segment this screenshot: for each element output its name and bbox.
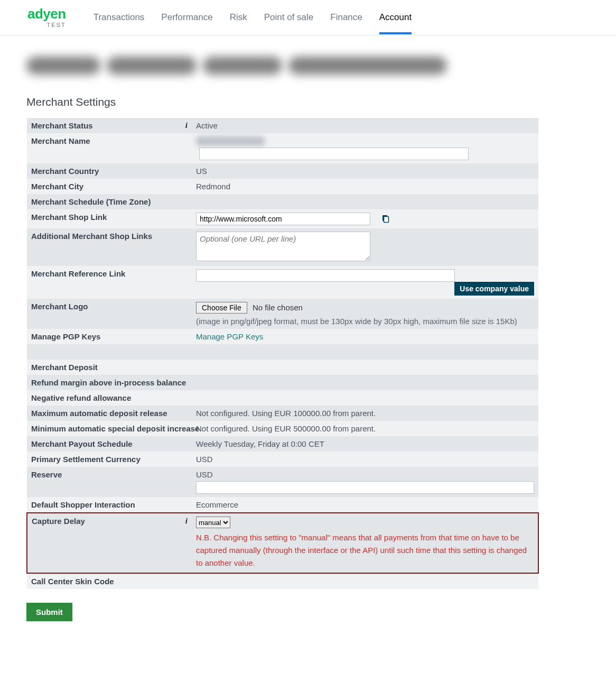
submit-button[interactable]: Submit xyxy=(26,603,72,621)
label-primary-settlement: Primary Settlement Currency xyxy=(27,452,192,467)
row-merchant-schedule: Merchant Schedule (Time Zone) xyxy=(27,194,538,209)
value-merchant-schedule xyxy=(192,194,538,209)
settings-table: Merchant Status i Active Merchant Name M… xyxy=(26,118,539,589)
label-max-auto-deposit: Maximum automatic deposit release xyxy=(27,406,192,421)
main-nav: Transactions Performance Risk Point of s… xyxy=(94,1,412,34)
value-payout-schedule: Weekly Tuesday, Friday at 0:00 CET xyxy=(192,436,538,452)
input-additional-links[interactable] xyxy=(196,232,370,261)
row-merchant-name: Merchant Name xyxy=(27,133,538,163)
label-merchant-logo: Merchant Logo xyxy=(27,299,192,329)
input-merchant-name[interactable] xyxy=(199,148,469,160)
logo-hint: (image in png/gif/jpeg format, must be 1… xyxy=(196,317,534,326)
nav-point-of-sale[interactable]: Point of sale xyxy=(264,1,314,34)
row-merchant-country: Merchant Country US xyxy=(27,163,538,179)
input-reserve[interactable] xyxy=(196,481,534,494)
row-reserve: Reserve USD xyxy=(27,467,538,497)
label-capture-delay: Capture Delay xyxy=(32,517,85,526)
row-merchant-status: Merchant Status i Active xyxy=(27,118,538,133)
label-merchant-reference-link: Merchant Reference Link xyxy=(27,266,192,299)
label-merchant-status: Merchant Status xyxy=(31,121,93,130)
label-merchant-shop-link: Merchant Shop Link xyxy=(27,209,192,228)
top-bar: adyen TEST Transactions Performance Risk… xyxy=(0,0,616,35)
brand-name: adyen xyxy=(27,7,66,21)
label-min-auto-special: Minimum automatic special deposit increa… xyxy=(27,421,192,436)
row-additional-links: Additional Merchant Shop Links xyxy=(27,228,538,266)
section-title: Merchant Settings xyxy=(26,96,539,108)
label-payout-schedule: Merchant Payout Schedule xyxy=(27,436,192,452)
label-call-center-skin: Call Center Skin Code xyxy=(27,573,192,589)
info-icon[interactable]: i xyxy=(185,121,188,130)
row-max-auto-deposit: Maximum automatic deposit release Not co… xyxy=(27,406,538,421)
value-merchant-country: US xyxy=(192,163,538,179)
svg-rect-1 xyxy=(384,216,389,222)
label-default-shopper: Default Shopper Interaction xyxy=(27,497,192,513)
value-reserve: USD xyxy=(196,470,213,479)
nav-risk[interactable]: Risk xyxy=(230,1,247,34)
row-payout-schedule: Merchant Payout Schedule Weekly Tuesday,… xyxy=(27,436,538,452)
row-manage-pgp: Manage PGP Keys Manage PGP Keys xyxy=(27,329,538,344)
nav-account[interactable]: Account xyxy=(379,1,412,34)
info-icon[interactable]: i xyxy=(185,517,188,526)
label-refund-margin: Refund margin above in-process balance xyxy=(27,375,192,390)
row-call-center-skin: Call Center Skin Code xyxy=(27,573,538,589)
value-merchant-status: Active xyxy=(192,118,538,133)
row-merchant-deposit: Merchant Deposit xyxy=(27,360,538,375)
row-merchant-reference-link: Merchant Reference Link Use company valu… xyxy=(27,266,538,299)
brand-env: TEST xyxy=(27,22,66,28)
value-merchant-name-redacted xyxy=(196,136,265,146)
choose-file-button[interactable]: Choose File xyxy=(196,302,247,314)
value-min-auto-special: Not configured. Using EUR 500000.00 from… xyxy=(192,421,538,436)
nav-transactions[interactable]: Transactions xyxy=(94,1,145,34)
row-merchant-shop-link: Merchant Shop Link xyxy=(27,209,538,228)
label-merchant-country: Merchant Country xyxy=(27,163,192,179)
manage-pgp-link[interactable]: Manage PGP Keys xyxy=(196,332,263,341)
row-default-shopper: Default Shopper Interaction Ecommerce xyxy=(27,497,538,513)
nav-performance[interactable]: Performance xyxy=(161,1,212,34)
row-merchant-city: Merchant City Redmond xyxy=(27,179,538,194)
label-reserve: Reserve xyxy=(27,467,192,497)
row-min-auto-special: Minimum automatic special deposit increa… xyxy=(27,421,538,436)
row-refund-margin: Refund margin above in-process balance xyxy=(27,375,538,390)
input-merchant-shop-link[interactable] xyxy=(196,213,370,225)
label-additional-links: Additional Merchant Shop Links xyxy=(27,228,192,266)
nav-finance[interactable]: Finance xyxy=(330,1,362,34)
row-negative-refund: Negative refund allowance xyxy=(27,390,538,406)
label-merchant-schedule: Merchant Schedule (Time Zone) xyxy=(27,194,192,209)
value-primary-settlement: USD xyxy=(192,452,538,467)
copy-icon[interactable] xyxy=(381,215,389,225)
row-primary-settlement: Primary Settlement Currency USD xyxy=(27,452,538,467)
value-default-shopper: Ecommerce xyxy=(192,497,538,513)
value-merchant-city: Redmond xyxy=(192,179,538,194)
row-merchant-logo: Merchant Logo Choose File No file chosen… xyxy=(27,299,538,329)
use-company-value-button[interactable]: Use company value xyxy=(454,282,534,296)
input-merchant-reference-link[interactable] xyxy=(196,269,455,282)
label-merchant-name: Merchant Name xyxy=(27,133,192,163)
label-manage-pgp: Manage PGP Keys xyxy=(27,329,192,344)
label-merchant-deposit: Merchant Deposit xyxy=(27,360,192,375)
capture-delay-warning: N.B. Changing this setting to "manual" m… xyxy=(196,531,534,569)
page-content: Merchant Settings Merchant Status i Acti… xyxy=(0,35,565,681)
file-status: No file chosen xyxy=(253,303,303,312)
label-negative-refund: Negative refund allowance xyxy=(27,390,192,406)
select-capture-delay[interactable]: manual xyxy=(196,517,230,528)
row-spacer-1 xyxy=(27,344,538,360)
page-title-redacted xyxy=(26,57,539,80)
brand-logo: adyen TEST xyxy=(27,7,66,28)
row-capture-delay: Capture Delay i manual N.B. Changing thi… xyxy=(27,513,538,573)
value-max-auto-deposit: Not configured. Using EUR 100000.00 from… xyxy=(192,406,538,421)
label-merchant-city: Merchant City xyxy=(27,179,192,194)
